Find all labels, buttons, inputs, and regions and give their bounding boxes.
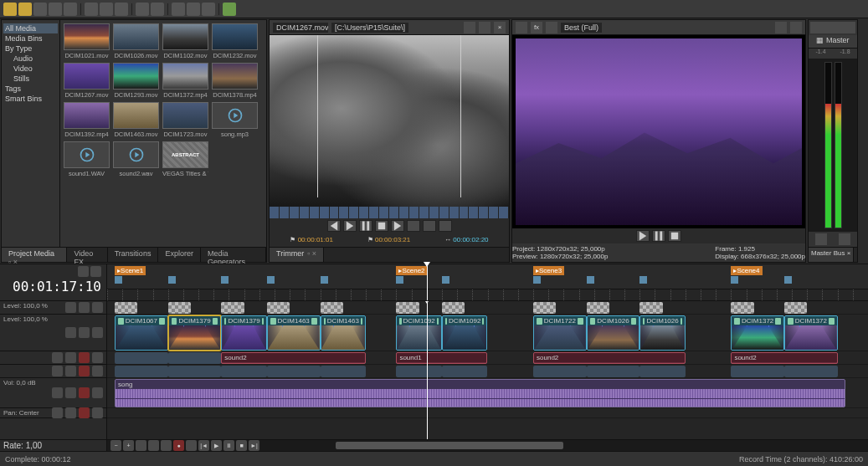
- tree-item-all-media[interactable]: All Media: [3, 23, 58, 33]
- track-header-4[interactable]: Vol: 0,0 dB: [0, 378, 106, 408]
- trimmer-play-button[interactable]: [343, 220, 357, 232]
- track-arm-button[interactable]: [79, 407, 90, 418]
- clip-gen-icon[interactable]: [829, 318, 835, 325]
- preview-pause-button[interactable]: [652, 230, 665, 242]
- tab-trimmer[interactable]: Trimmer▫ ×: [270, 248, 324, 262]
- track-header-5[interactable]: Pan: Center: [0, 408, 106, 418]
- master-mono-button[interactable]: [845, 22, 856, 33]
- media-item[interactable]: ABSTRACTVEGAS Titles & Text abstract: [162, 141, 208, 177]
- audio-clip-linked[interactable]: [587, 366, 640, 377]
- video-clip-overlay[interactable]: [784, 302, 807, 314]
- video-clip[interactable]: DCIM1372: [784, 315, 838, 351]
- trimmer-close-button[interactable]: ×: [494, 22, 506, 33]
- clip-fx-icon[interactable]: [118, 318, 124, 325]
- video-clip[interactable]: DCIM1379: [221, 315, 267, 351]
- audio-clip-linked[interactable]: [115, 352, 168, 364]
- video-clip-overlay[interactable]: [396, 302, 419, 314]
- track-solo-button[interactable]: [65, 387, 76, 398]
- undo-button[interactable]: [136, 3, 149, 16]
- clip-fx-icon[interactable]: [172, 318, 177, 325]
- tl-zoom-out[interactable]: −: [110, 440, 121, 451]
- new-project-button[interactable]: [3, 3, 17, 16]
- audio-clip-linked[interactable]: [396, 366, 442, 377]
- trimmer-in-button[interactable]: [423, 220, 436, 232]
- tl-pause-button[interactable]: ⏸: [223, 440, 234, 451]
- track-solo-button[interactable]: [79, 302, 90, 313]
- trimmer-button-1[interactable]: [464, 22, 475, 33]
- track-solo-button[interactable]: [65, 366, 76, 376]
- track-header-0[interactable]: Level: 100,0 %: [0, 301, 106, 315]
- video-clip-overlay[interactable]: [221, 302, 244, 314]
- video-clip[interactable]: DCIM1722: [533, 315, 587, 351]
- tl-stop-button[interactable]: ■: [236, 440, 247, 451]
- media-item[interactable]: DCIM1392.mp4: [64, 102, 110, 138]
- tab-video-fx[interactable]: Video FX: [67, 248, 107, 262]
- video-clip-overlay[interactable]: [267, 302, 290, 314]
- trimmer-next-button[interactable]: [391, 220, 404, 232]
- video-clip-overlay[interactable]: [639, 302, 662, 314]
- audio-clip[interactable]: sound2: [221, 352, 366, 364]
- video-clip-overlay[interactable]: [115, 302, 137, 314]
- master-auto-button[interactable]: [839, 233, 850, 245]
- tree-item-audio[interactable]: Audio: [3, 54, 58, 64]
- video-clip[interactable]: DCIM1026: [587, 315, 640, 351]
- preview-viewport[interactable]: [512, 35, 805, 228]
- preview-snapshot-button[interactable]: [790, 22, 802, 33]
- audio-clip-linked[interactable]: [533, 366, 587, 377]
- audio-clip[interactable]: sound2: [533, 352, 686, 364]
- save-button[interactable]: [33, 3, 47, 16]
- timeline-ruler[interactable]: ▸Scene1▸Scene2▸Scene3▸Scene4: [107, 264, 868, 300]
- tl-loop-button[interactable]: [186, 440, 197, 451]
- tab-transitions[interactable]: Transitions: [108, 248, 159, 262]
- preview-split-button[interactable]: [546, 22, 557, 33]
- clip-fx-icon[interactable]: [590, 318, 596, 325]
- video-clip[interactable]: DCIM1379: [168, 315, 222, 351]
- clip-fx-icon[interactable]: [788, 318, 794, 325]
- track-arm-button[interactable]: [79, 352, 90, 363]
- master-dim-button[interactable]: [833, 22, 845, 33]
- media-item[interactable]: DCIM1378.mp4: [212, 63, 258, 99]
- media-item[interactable]: DCIM1021.mov: [64, 23, 110, 59]
- media-item[interactable]: DCIM1463.mov: [113, 102, 159, 138]
- preview-fx-button[interactable]: fx: [531, 22, 542, 33]
- audio-clip[interactable]: sound2: [731, 352, 837, 364]
- region-marker[interactable]: ▸Scene4: [731, 266, 762, 275]
- tl-play-button[interactable]: ▶: [211, 440, 222, 451]
- clip-fx-icon[interactable]: [445, 318, 447, 325]
- tl-zoom-fit[interactable]: [136, 440, 146, 451]
- tl-btn-a[interactable]: [148, 440, 159, 451]
- clip-gen-icon[interactable]: [311, 318, 317, 325]
- track-fx-button[interactable]: [92, 366, 103, 376]
- clip-fx-icon[interactable]: [734, 318, 740, 325]
- open-button[interactable]: [18, 3, 32, 16]
- track-header-3[interactable]: [0, 365, 106, 378]
- clip-gen-icon[interactable]: [631, 318, 637, 325]
- tab-master-bus[interactable]: Master Bus ×: [809, 248, 854, 262]
- video-clip-overlay[interactable]: [731, 302, 753, 314]
- track-fx-button[interactable]: [92, 302, 103, 313]
- trimmer-stop-button[interactable]: [375, 220, 388, 232]
- tab-project-media[interactable]: Project Media ▫ ×: [2, 248, 67, 262]
- clip-gen-icon[interactable]: [578, 318, 583, 325]
- video-clip[interactable]: DCIM1067: [115, 315, 168, 351]
- cut-button[interactable]: [85, 3, 98, 16]
- video-clip-overlay[interactable]: [321, 302, 343, 314]
- master-fx-button[interactable]: [815, 233, 827, 245]
- clip-gen-icon[interactable]: [159, 318, 165, 325]
- audio-clip-linked[interactable]: [267, 366, 321, 377]
- media-item[interactable]: DCIM1293.mov: [113, 63, 159, 99]
- clip-fx-icon[interactable]: [224, 318, 226, 325]
- render-button[interactable]: [49, 3, 62, 16]
- track-fx-button[interactable]: [92, 327, 103, 338]
- tl-zoom-in[interactable]: +: [123, 440, 134, 451]
- scroll-thumb[interactable]: [336, 442, 564, 449]
- region-marker[interactable]: ▸Scene3: [533, 266, 564, 275]
- region-marker[interactable]: ▸Scene1: [115, 266, 146, 275]
- track-arm-button[interactable]: [79, 366, 90, 376]
- track-solo-button[interactable]: [65, 352, 76, 363]
- timeline-timecode[interactable]: 00:01:17:10: [13, 279, 101, 294]
- track-mute-button[interactable]: [52, 352, 63, 363]
- audio-clip-linked[interactable]: [784, 366, 838, 377]
- trimmer-button-2[interactable]: [479, 22, 490, 33]
- tree-item-tags[interactable]: Tags: [3, 84, 58, 94]
